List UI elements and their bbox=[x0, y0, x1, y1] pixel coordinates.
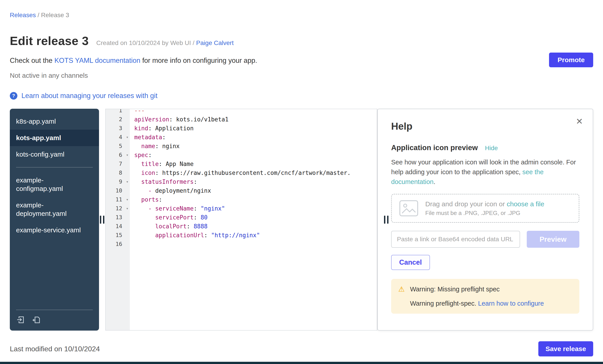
description-period: . bbox=[433, 178, 435, 185]
new-file-icon[interactable] bbox=[32, 315, 41, 324]
gutter-line-number: 3 bbox=[106, 124, 130, 133]
gutter-line-number: 9▾ bbox=[106, 177, 130, 186]
file-tree-primary-list: k8s-app.yamlkots-app.yamlkots-config.yam… bbox=[10, 113, 99, 163]
gutter-line-number: 7 bbox=[106, 159, 130, 168]
code-line[interactable]: - deployment/nginx bbox=[134, 186, 377, 195]
file-tree-item[interactable]: example-service.yaml bbox=[10, 222, 99, 238]
editor-gutter: 1234▾56▾789▾1011▾12▾13141516 bbox=[106, 109, 130, 330]
breadcrumb-current: Release 3 bbox=[41, 11, 69, 19]
git-releases-link[interactable]: Learn about managing your releases with … bbox=[21, 92, 157, 100]
choose-file-link[interactable]: choose a file bbox=[507, 200, 544, 208]
code-line[interactable]: ports: bbox=[134, 195, 377, 204]
code-line[interactable]: localPort: 8888 bbox=[134, 222, 377, 231]
pane-resize-handle-right[interactable] bbox=[384, 216, 388, 224]
channel-status: Not active in any channels bbox=[10, 72, 593, 79]
breadcrumb-separator: / bbox=[38, 11, 39, 19]
code-line[interactable]: name: nginx bbox=[134, 142, 377, 151]
preview-button[interactable]: Preview bbox=[527, 231, 579, 248]
docs-prefix: Check out the bbox=[10, 56, 54, 64]
learn-how-to-configure-link[interactable]: Learn how to configure bbox=[478, 300, 544, 307]
gutter-line-number: 11▾ bbox=[106, 195, 130, 204]
description-text: See how your application icon will look … bbox=[391, 159, 576, 176]
dropzone-text: Drag and drop your icon or bbox=[425, 200, 507, 208]
code-editor[interactable]: 1234▾56▾789▾1011▾12▾13141516 ---apiVersi… bbox=[105, 109, 377, 331]
code-fold-icon[interactable]: ▾ bbox=[126, 195, 128, 204]
image-placeholder-icon bbox=[399, 200, 418, 217]
code-line[interactable]: kind: Application bbox=[134, 124, 377, 133]
created-text: Created on 10/10/2024 by Web UI / bbox=[96, 39, 195, 46]
question-circle-icon[interactable]: ? bbox=[10, 92, 17, 99]
file-tree: k8s-app.yamlkots-app.yamlkots-config.yam… bbox=[10, 109, 99, 331]
help-panel-title: Help bbox=[391, 121, 579, 132]
dropzone-file-types: File must be a .PNG, .JPEG, or .JPG bbox=[425, 210, 544, 217]
hide-link[interactable]: Hide bbox=[485, 144, 498, 152]
warning-icon: ⚠ bbox=[398, 285, 405, 308]
code-line[interactable]: spec: bbox=[134, 151, 377, 159]
icon-preview-section-title: Application icon preview bbox=[391, 143, 478, 152]
code-fold-icon[interactable]: ▾ bbox=[126, 133, 128, 142]
file-tree-item[interactable]: example-deployment.yaml bbox=[10, 197, 99, 222]
pane-resize-handle-left[interactable] bbox=[100, 216, 104, 224]
gutter-line-number: 5 bbox=[106, 142, 130, 151]
icon-dropzone[interactable]: Drag and drop your icon or choose a file… bbox=[391, 194, 579, 223]
code-line[interactable]: metadata: bbox=[134, 133, 377, 142]
code-line[interactable]: - serviceName: "nginx" bbox=[134, 204, 377, 213]
docs-row: Check out the KOTS YAML documentation fo… bbox=[10, 56, 593, 65]
code-fold-icon[interactable]: ▾ bbox=[126, 204, 128, 213]
gutter-line-number: 14 bbox=[106, 222, 130, 231]
file-tree-item[interactable]: k8s-app.yaml bbox=[10, 113, 99, 130]
gutter-line-number: 10 bbox=[106, 186, 130, 195]
last-modified-text: Last modified on 10/10/2024 bbox=[10, 345, 100, 353]
warning-title: Warning: Missing preflight spec bbox=[410, 285, 544, 294]
save-release-button[interactable]: Save release bbox=[538, 341, 593, 356]
created-by-link[interactable]: Paige Calvert bbox=[196, 39, 234, 46]
file-tree-divider bbox=[16, 167, 93, 167]
preflight-warning-box: ⚠ Warning: Missing preflight spec Warnin… bbox=[391, 279, 579, 314]
breadcrumb-releases-link[interactable]: Releases bbox=[10, 11, 36, 19]
editor-code-area[interactable]: ---apiVersion: kots.io/v1beta1kind: Appl… bbox=[130, 109, 377, 330]
gutter-line-number: 13 bbox=[106, 213, 130, 222]
created-meta: Created on 10/10/2024 by Web UI / Paige … bbox=[96, 39, 234, 46]
gutter-line-number: 12▾ bbox=[106, 204, 130, 213]
code-line[interactable]: statusInformers: bbox=[134, 177, 377, 186]
app-bottom-bar bbox=[0, 362, 603, 364]
file-tree-examples-list: example-configmap.yamlexample-deployment… bbox=[10, 172, 99, 238]
gutter-line-number: 6▾ bbox=[106, 151, 130, 159]
code-line[interactable]: apiVersion: kots.io/v1beta1 bbox=[134, 115, 377, 124]
import-file-icon[interactable] bbox=[16, 315, 25, 324]
breadcrumb: Releases / Release 3 bbox=[10, 0, 593, 19]
gutter-line-number: 15 bbox=[106, 231, 130, 240]
code-line[interactable]: --- bbox=[134, 109, 377, 115]
warning-text: Warning preflight-spec. bbox=[410, 300, 478, 307]
code-line[interactable]: icon: https://raw.githubusercontent.com/… bbox=[134, 168, 377, 177]
code-fold-icon[interactable]: ▾ bbox=[126, 151, 128, 159]
icon-preview-description: See how your application icon will look … bbox=[391, 157, 579, 187]
release-editor-workspace: k8s-app.yamlkots-app.yamlkots-config.yam… bbox=[10, 109, 593, 331]
gutter-line-number: 2 bbox=[106, 115, 130, 124]
file-tree-footer bbox=[10, 310, 99, 331]
code-line[interactable]: servicePort: 80 bbox=[134, 213, 377, 222]
page-footer: Last modified on 10/10/2024 Save release bbox=[10, 341, 593, 356]
close-icon[interactable]: ✕ bbox=[576, 117, 583, 126]
kots-docs-link[interactable]: KOTS YAML documentation bbox=[54, 56, 140, 64]
code-line[interactable] bbox=[134, 240, 377, 249]
gutter-line-number: 8 bbox=[106, 168, 130, 177]
promote-button[interactable]: Promote bbox=[549, 53, 593, 67]
gutter-line-number: 16 bbox=[106, 240, 130, 249]
edit-release-page: Releases / Release 3 Edit release 3 Crea… bbox=[0, 0, 603, 364]
code-fold-icon[interactable]: ▾ bbox=[126, 177, 128, 186]
code-line[interactable]: title: App Name bbox=[134, 159, 377, 168]
file-tree-item[interactable]: kots-app.yaml bbox=[10, 130, 99, 146]
gutter-line-number: 4▾ bbox=[106, 133, 130, 142]
file-tree-item[interactable]: kots-config.yaml bbox=[10, 146, 99, 163]
icon-url-input[interactable] bbox=[391, 231, 520, 248]
gutter-line-number: 1 bbox=[106, 109, 130, 115]
docs-suffix: for more info on configuring your app. bbox=[140, 56, 257, 64]
sidebar-editor-gap bbox=[99, 109, 105, 331]
code-line[interactable]: applicationUrl: "http://nginx" bbox=[134, 231, 377, 240]
help-panel: ✕ Help Application icon preview Hide See… bbox=[377, 109, 593, 331]
page-title: Edit release 3 bbox=[10, 34, 89, 48]
git-help-row: ? Learn about managing your releases wit… bbox=[10, 92, 593, 100]
cancel-button[interactable]: Cancel bbox=[391, 255, 430, 270]
file-tree-item[interactable]: example-configmap.yaml bbox=[10, 172, 99, 197]
